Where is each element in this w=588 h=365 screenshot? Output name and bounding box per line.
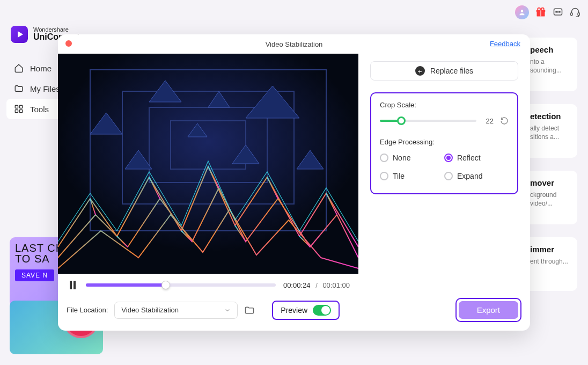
radio-circle-icon <box>444 154 453 162</box>
video-preview[interactable] <box>58 54 358 274</box>
crop-scale-slider[interactable] <box>380 120 476 122</box>
slider-thumb[interactable] <box>397 116 406 125</box>
card-desc: ckground video/... <box>530 191 571 208</box>
svg-rect-3 <box>540 10 541 17</box>
card-desc: ent through... <box>530 257 571 266</box>
card-title: peech <box>530 45 571 54</box>
svg-point-8 <box>557 11 558 12</box>
tool-card[interactable]: immer ent through... <box>524 237 577 291</box>
svg-point-5 <box>541 8 544 11</box>
tool-card[interactable]: etection ally detect sitions a... <box>524 104 577 158</box>
card-title: immer <box>530 245 571 254</box>
radio-none[interactable]: None <box>380 154 444 162</box>
radio-label: None <box>393 154 410 162</box>
dialog-title: Video Stabilization <box>266 40 323 48</box>
dialog-close-button[interactable] <box>65 40 72 47</box>
titlebar-actions <box>515 5 580 19</box>
svg-point-0 <box>521 10 524 12</box>
file-location-select[interactable]: Video Stabilization <box>114 302 238 319</box>
radio-expand[interactable]: Expand <box>444 172 509 180</box>
svg-point-4 <box>538 8 540 11</box>
open-folder-button[interactable] <box>244 305 255 316</box>
message-icon[interactable] <box>553 7 563 18</box>
export-button[interactable]: Export <box>459 301 518 319</box>
svg-rect-12 <box>15 105 18 108</box>
promo-pill: SAVE N <box>15 269 54 281</box>
crop-scale-value: 22 <box>483 117 494 125</box>
feedback-link[interactable]: Feedback <box>490 40 520 48</box>
svg-point-7 <box>556 11 557 12</box>
dialog-header: Video Stabilization Feedback <box>58 34 530 54</box>
svg-point-9 <box>560 11 561 12</box>
support-icon[interactable] <box>570 7 580 18</box>
timeline-thumb[interactable] <box>162 281 170 289</box>
tool-card[interactable]: peech nto a sounding... <box>524 38 577 91</box>
tools-icon <box>14 104 24 114</box>
file-location-value: Video Stabilization <box>121 306 179 314</box>
card-title: mover <box>530 178 571 187</box>
crop-scale-row: 22 <box>380 116 509 125</box>
timeline-slider[interactable] <box>86 283 276 287</box>
replace-files-button[interactable]: ＋ Replace files <box>370 61 518 81</box>
replace-files-label: Replace files <box>430 67 473 75</box>
gift-icon[interactable] <box>535 7 546 18</box>
radio-circle-icon <box>380 154 388 162</box>
reset-icon[interactable] <box>500 116 509 125</box>
radio-label: Tile <box>393 172 405 180</box>
stabilization-settings: Crop Scale: 22 Edge Processing: <box>370 92 518 194</box>
sidebar-item-label: My Files <box>30 84 60 93</box>
edge-processing-options: None Reflect Tile Expand <box>380 154 509 180</box>
radio-label: Expand <box>457 172 482 180</box>
svg-rect-14 <box>15 110 18 113</box>
radio-tile[interactable]: Tile <box>380 172 444 180</box>
sidebar-item-label: Tools <box>30 105 49 114</box>
card-desc: nto a sounding... <box>530 57 571 75</box>
logo-mark-icon <box>11 26 28 43</box>
dialog-bottombar: File Location: Video Stabilization Previ… <box>58 288 530 322</box>
svg-rect-11 <box>578 13 579 16</box>
files-icon <box>14 84 24 93</box>
svg-rect-13 <box>20 105 23 108</box>
svg-rect-15 <box>20 110 23 113</box>
preview-toggle[interactable] <box>313 305 331 316</box>
chevron-down-icon <box>224 307 231 313</box>
radio-label: Reflect <box>457 154 481 162</box>
home-icon <box>14 63 24 73</box>
tool-cards: peech nto a sounding... etection ally de… <box>524 38 577 291</box>
svg-rect-10 <box>571 13 572 16</box>
crop-scale-label: Crop Scale: <box>380 101 509 109</box>
timeline-fill <box>86 283 166 287</box>
radio-reflect[interactable]: Reflect <box>444 154 509 162</box>
main-window: Wondershare UniConverter Home My Files <box>0 0 588 365</box>
radio-circle-icon <box>444 172 453 180</box>
card-title: etection <box>530 112 571 121</box>
video-artwork <box>58 54 358 274</box>
video-stabilization-dialog: Video Stabilization Feedback <box>58 34 530 331</box>
file-location-label: File Location: <box>67 306 108 314</box>
card-desc: ally detect sitions a... <box>530 124 571 141</box>
edge-processing-label: Edge Processing: <box>380 138 509 146</box>
plus-circle-icon: ＋ <box>415 66 425 76</box>
export-highlight: Export <box>455 298 521 322</box>
preview-toggle-group: Preview <box>272 301 340 320</box>
sidebar-item-label: Home <box>30 64 52 73</box>
user-avatar[interactable] <box>515 5 529 19</box>
tool-card[interactable]: mover ckground video/... <box>524 171 577 224</box>
radio-circle-icon <box>380 172 388 180</box>
preview-label: Preview <box>281 306 307 315</box>
